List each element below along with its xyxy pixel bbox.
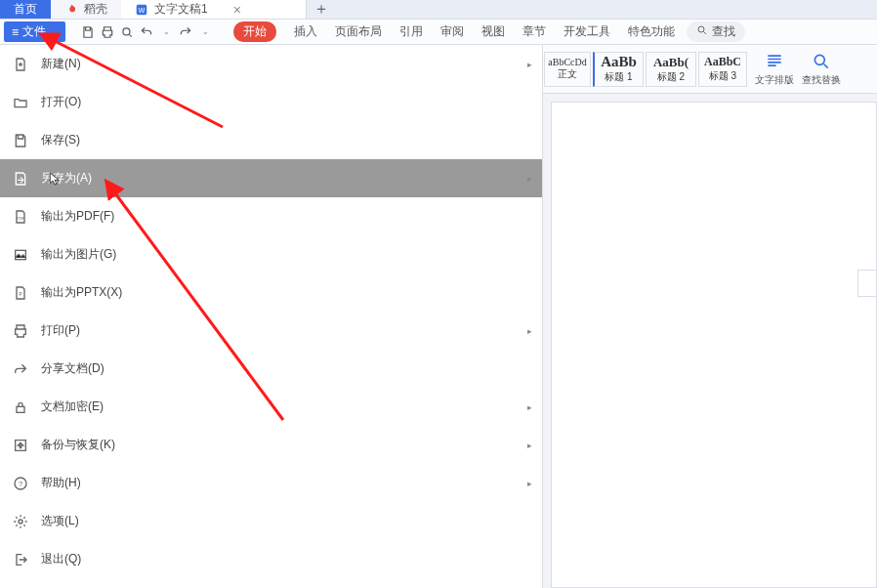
svg-text:PDF: PDF: [17, 215, 25, 220]
tab-shell-label: 稻壳: [84, 1, 107, 18]
chevron-right-icon: ▸: [527, 479, 532, 488]
ribbon-tab-review[interactable]: 审阅: [440, 23, 464, 40]
group-find-replace[interactable]: 查找替换: [798, 52, 845, 87]
svg-text:P: P: [19, 291, 21, 296]
share-icon: [12, 360, 29, 378]
menu-print[interactable]: 打印(P) ▸: [0, 312, 542, 350]
menu-export-pdf[interactable]: PDF 输出为PDF(F): [0, 197, 542, 235]
svg-point-4: [814, 55, 824, 64]
cursor-icon: [47, 171, 63, 189]
image-icon: [12, 246, 29, 264]
svg-point-11: [19, 520, 22, 524]
menu-share[interactable]: 分享文档(D): [0, 350, 542, 388]
group-text-layout[interactable]: 文字排版: [751, 52, 798, 87]
menu-export-image[interactable]: 输出为图片(G): [0, 235, 542, 273]
search-icon: [696, 24, 708, 39]
tab-shell[interactable]: 稻壳: [51, 0, 121, 19]
ribbon-tab-insert[interactable]: 插入: [294, 23, 317, 40]
menu-backup[interactable]: 备份与恢复(K) ▸: [0, 426, 542, 464]
qat-redo-icon[interactable]: [177, 23, 194, 41]
close-icon[interactable]: ×: [233, 2, 241, 18]
qat-undo-caret[interactable]: ⌄: [157, 23, 175, 41]
chevron-right-icon: ▸: [527, 60, 532, 69]
chevron-right-icon: ▸: [527, 174, 532, 184]
menu-new[interactable]: 新建(N) ▸: [0, 45, 542, 83]
menu-exit-label: 退出(Q): [41, 551, 81, 567]
hamburger-icon: ≡: [12, 25, 19, 39]
chevron-right-icon: ▸: [527, 441, 532, 450]
menu-options[interactable]: 选项(L): [0, 502, 542, 540]
print-icon: [12, 322, 29, 340]
ribbon-tab-references[interactable]: 引用: [399, 23, 423, 40]
menu-exit[interactable]: 退出(Q): [0, 540, 542, 578]
qat-redo-caret[interactable]: ⌄: [196, 23, 214, 41]
backup-icon: [12, 437, 29, 454]
flame-icon: [64, 3, 78, 17]
search-pill[interactable]: 查找: [687, 21, 745, 42]
ribbon-tab-pagelayout[interactable]: 页面布局: [335, 23, 382, 40]
exit-icon: [12, 551, 29, 568]
menu-backup-label: 备份与恢复(K): [41, 437, 115, 453]
style-heading2[interactable]: AaBb( 标题 2: [646, 52, 696, 87]
chevron-right-icon: ▸: [527, 402, 532, 412]
qat-undo-icon[interactable]: [138, 23, 155, 41]
menu-export-pptx-label: 输出为PPTX(X): [41, 284, 122, 301]
pdf-icon: PDF: [12, 208, 29, 226]
svg-rect-6: [16, 250, 26, 259]
chevron-right-icon: ▸: [527, 326, 532, 336]
ribbon-tab-chapter[interactable]: 章节: [522, 23, 546, 40]
file-menu-button[interactable]: ≡ 文件 ⌄: [4, 21, 65, 42]
menu-export-image-label: 输出为图片(G): [41, 246, 116, 263]
word-doc-icon: W: [135, 3, 148, 17]
menu-open-label: 打开(O): [41, 94, 81, 110]
tab-home-label: 首页: [14, 1, 37, 18]
side-panel-tab[interactable]: [857, 270, 877, 297]
menu-save[interactable]: 保存(S): [0, 121, 542, 159]
qat-preview-icon[interactable]: [118, 23, 136, 41]
style-h1-label: 标题 1: [605, 70, 632, 84]
menu-open[interactable]: 打开(O): [0, 83, 542, 121]
menu-help-label: 帮助(H): [41, 475, 81, 491]
group-text-layout-label: 文字排版: [755, 73, 794, 87]
style-body-label: 正文: [558, 67, 577, 81]
menu-encrypt[interactable]: 文档加密(E) ▸: [0, 388, 542, 426]
gear-icon: [12, 513, 29, 530]
ribbon-tab-special[interactable]: 特色功能: [628, 23, 675, 40]
tab-home[interactable]: 首页: [0, 0, 51, 19]
style-h3-sample: AaBbC: [704, 55, 741, 69]
svg-text:W: W: [139, 6, 146, 13]
menu-help[interactable]: ? 帮助(H) ▸: [0, 464, 542, 502]
save-as-icon: [12, 170, 29, 188]
style-body-sample: aBbCcDd: [548, 57, 586, 67]
document-page[interactable]: [551, 102, 877, 588]
chevron-down-icon: ⌄: [50, 27, 58, 37]
style-h3-label: 标题 3: [709, 69, 736, 83]
svg-text:?: ?: [19, 479, 22, 487]
ribbon-tab-start[interactable]: 开始: [233, 21, 276, 42]
new-tab-button[interactable]: ＋: [307, 0, 336, 19]
menu-options-label: 选项(L): [41, 513, 79, 529]
svg-point-2: [123, 27, 130, 34]
svg-point-3: [698, 26, 704, 32]
style-body[interactable]: aBbCcDd 正文: [544, 52, 591, 87]
ribbon-content: aBbCcDd 正文 AaBb 标题 1 AaBb( 标题 2 AaBbC 标题…: [542, 45, 877, 94]
menu-print-label: 打印(P): [41, 322, 80, 339]
menu-export-pdf-label: 输出为PDF(F): [41, 208, 114, 225]
menu-save-label: 保存(S): [41, 132, 80, 148]
menu-save-as[interactable]: 另存为(A) ▸: [0, 159, 542, 197]
group-find-replace-label: 查找替换: [802, 73, 841, 87]
folder-open-icon: [12, 94, 29, 111]
ribbon-tabs: 开始 插入 页面布局 引用 审阅 视图 章节 开发工具 特色功能: [233, 21, 675, 42]
toolbar: ≡ 文件 ⌄ ⌄ ⌄ 开始 插入 页面布局 引用 审阅 视图 章节 开发工具 特…: [0, 20, 877, 45]
qat-save-icon[interactable]: [79, 23, 97, 41]
menu-export-pptx[interactable]: P 输出为PPTX(X): [0, 273, 542, 312]
tab-document[interactable]: W 文字文稿1 ×: [121, 0, 307, 19]
ribbon-tab-view[interactable]: 视图: [481, 23, 505, 40]
style-heading3[interactable]: AaBbC 标题 3: [698, 52, 747, 87]
ribbon-tab-devtools[interactable]: 开发工具: [564, 23, 610, 40]
style-heading1[interactable]: AaBb 标题 1: [593, 52, 644, 87]
menu-encrypt-label: 文档加密(E): [41, 399, 104, 415]
menu-new-label: 新建(N): [41, 56, 81, 72]
qat-print-icon[interactable]: [99, 23, 116, 41]
style-h2-label: 标题 2: [657, 70, 685, 84]
